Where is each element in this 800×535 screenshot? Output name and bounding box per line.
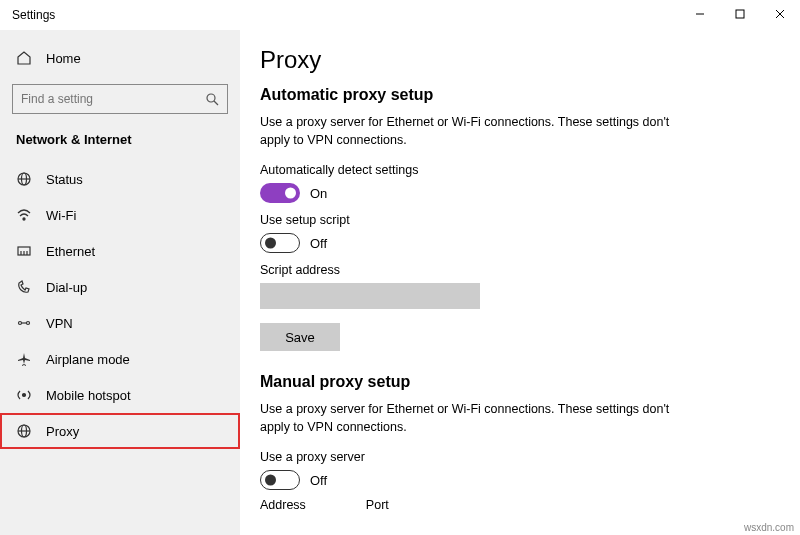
sidebar: Home Network & Internet Status Wi-Fi bbox=[0, 30, 240, 535]
svg-line-5 bbox=[214, 101, 218, 105]
vpn-icon bbox=[16, 315, 32, 331]
sidebar-item-hotspot[interactable]: Mobile hotspot bbox=[0, 377, 240, 413]
wifi-icon bbox=[16, 207, 32, 223]
manual-proxy-heading: Manual proxy setup bbox=[260, 373, 780, 391]
sidebar-item-label: Ethernet bbox=[46, 244, 95, 259]
sidebar-item-label: Airplane mode bbox=[46, 352, 130, 367]
save-button[interactable]: Save bbox=[260, 323, 340, 351]
useproxy-label: Use a proxy server bbox=[260, 450, 780, 464]
toggle-track bbox=[260, 233, 300, 253]
page-title: Proxy bbox=[260, 46, 780, 74]
sidebar-item-ethernet[interactable]: Ethernet bbox=[0, 233, 240, 269]
toggle-track bbox=[260, 470, 300, 490]
sidebar-item-label: Mobile hotspot bbox=[46, 388, 131, 403]
sidebar-item-label: Proxy bbox=[46, 424, 79, 439]
svg-point-15 bbox=[27, 322, 30, 325]
auto-proxy-heading: Automatic proxy setup bbox=[260, 86, 780, 104]
home-icon bbox=[16, 50, 32, 66]
sidebar-item-label: Dial-up bbox=[46, 280, 87, 295]
proxy-icon bbox=[16, 423, 32, 439]
useproxy-toggle[interactable]: Off bbox=[260, 470, 780, 490]
svg-point-14 bbox=[19, 322, 22, 325]
toggle-state: Off bbox=[310, 236, 327, 251]
maximize-button[interactable] bbox=[720, 0, 760, 28]
watermark: wsxdn.com bbox=[744, 522, 794, 533]
window-controls bbox=[680, 0, 800, 28]
sidebar-item-dialup[interactable]: Dial-up bbox=[0, 269, 240, 305]
search-input[interactable] bbox=[12, 84, 228, 114]
svg-point-9 bbox=[23, 218, 25, 220]
hotspot-icon bbox=[16, 387, 32, 403]
script-address-input[interactable] bbox=[260, 283, 480, 309]
search-icon bbox=[204, 91, 220, 107]
toggle-state: On bbox=[310, 186, 327, 201]
port-label: Port bbox=[366, 498, 389, 512]
sidebar-item-label: Wi-Fi bbox=[46, 208, 76, 223]
sidebar-item-label: VPN bbox=[46, 316, 73, 331]
titlebar: Settings bbox=[0, 0, 800, 30]
sidebar-item-vpn[interactable]: VPN bbox=[0, 305, 240, 341]
status-icon bbox=[16, 171, 32, 187]
search-wrap bbox=[12, 84, 228, 114]
toggle-track bbox=[260, 183, 300, 203]
minimize-button[interactable] bbox=[680, 0, 720, 28]
manual-proxy-desc: Use a proxy server for Ethernet or Wi-Fi… bbox=[260, 401, 700, 436]
autodetect-label: Automatically detect settings bbox=[260, 163, 780, 177]
sidebar-item-proxy[interactable]: Proxy bbox=[0, 413, 240, 449]
setupscript-toggle[interactable]: Off bbox=[260, 233, 780, 253]
script-address-label: Script address bbox=[260, 263, 780, 277]
close-button[interactable] bbox=[760, 0, 800, 28]
svg-point-4 bbox=[207, 94, 215, 102]
ethernet-icon bbox=[16, 243, 32, 259]
sidebar-item-airplane[interactable]: Airplane mode bbox=[0, 341, 240, 377]
sidebar-item-label: Status bbox=[46, 172, 83, 187]
home-label: Home bbox=[46, 51, 81, 66]
svg-point-17 bbox=[23, 394, 26, 397]
airplane-icon bbox=[16, 351, 32, 367]
sidebar-item-wifi[interactable]: Wi-Fi bbox=[0, 197, 240, 233]
svg-rect-1 bbox=[736, 10, 744, 18]
window-title: Settings bbox=[12, 8, 55, 22]
sidebar-category: Network & Internet bbox=[0, 124, 240, 161]
sidebar-item-status[interactable]: Status bbox=[0, 161, 240, 197]
auto-proxy-desc: Use a proxy server for Ethernet or Wi-Fi… bbox=[260, 114, 700, 149]
dialup-icon bbox=[16, 279, 32, 295]
sidebar-home[interactable]: Home bbox=[0, 40, 240, 76]
setupscript-label: Use setup script bbox=[260, 213, 780, 227]
toggle-state: Off bbox=[310, 473, 327, 488]
address-label: Address bbox=[260, 498, 306, 512]
content: Proxy Automatic proxy setup Use a proxy … bbox=[240, 30, 800, 535]
autodetect-toggle[interactable]: On bbox=[260, 183, 780, 203]
